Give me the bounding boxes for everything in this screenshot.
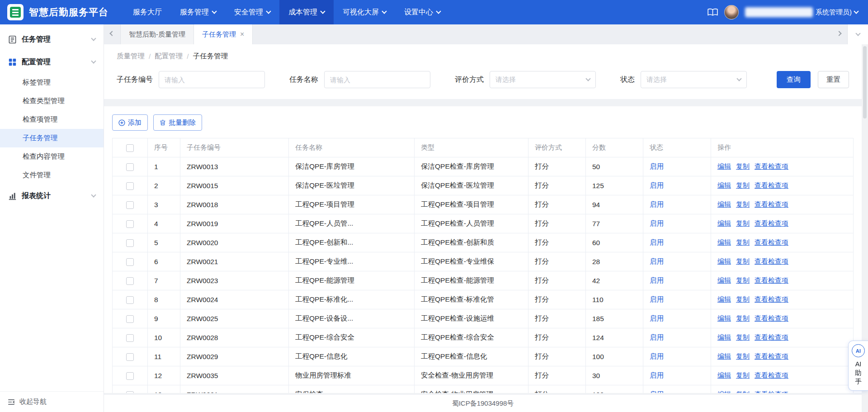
action-link-2[interactable]: 查看检查项 xyxy=(755,333,788,341)
sidebar-group-1[interactable]: 配置管理 xyxy=(0,51,104,73)
nav-item-4[interactable]: 可视化大屏 xyxy=(334,0,395,24)
row-checkbox[interactable] xyxy=(126,201,134,209)
status-enabled-link[interactable]: 启用 xyxy=(650,276,664,284)
action-link-1[interactable]: 复制 xyxy=(736,333,750,341)
filter-input-0[interactable] xyxy=(159,71,265,88)
row-checkbox[interactable] xyxy=(126,239,134,247)
sidebar-item-1-1[interactable]: 检查类型管理 xyxy=(0,92,104,110)
action-link-2[interactable]: 查看检查项 xyxy=(755,371,788,379)
action-link-0[interactable]: 编辑 xyxy=(717,162,731,170)
nav-item-1[interactable]: 服务管理 xyxy=(171,0,225,24)
row-checkbox[interactable] xyxy=(126,372,134,380)
search-button[interactable]: 查询 xyxy=(777,71,811,88)
action-link-2[interactable]: 查看检查项 xyxy=(755,390,788,393)
action-link-0[interactable]: 编辑 xyxy=(717,276,731,284)
action-link-1[interactable]: 复制 xyxy=(736,162,750,170)
action-link-0[interactable]: 编辑 xyxy=(717,371,731,379)
status-enabled-link[interactable]: 启用 xyxy=(650,238,664,246)
action-link-1[interactable]: 复制 xyxy=(736,295,750,303)
action-link-2[interactable]: 查看检查项 xyxy=(755,181,788,189)
filter-input-1[interactable] xyxy=(324,71,430,88)
status-enabled-link[interactable]: 启用 xyxy=(650,390,664,393)
row-checkbox[interactable] xyxy=(126,315,134,323)
action-link-2[interactable]: 查看检查项 xyxy=(755,295,788,303)
nav-item-2[interactable]: 安全管理 xyxy=(225,0,279,24)
action-link-1[interactable]: 复制 xyxy=(736,257,750,265)
sidebar-item-1-5[interactable]: 文件管理 xyxy=(0,166,104,185)
manual-book-icon[interactable] xyxy=(708,8,718,17)
sidebar-item-1-4[interactable]: 检查内容管理 xyxy=(0,147,104,166)
row-checkbox[interactable] xyxy=(126,258,134,266)
status-enabled-link[interactable]: 启用 xyxy=(650,181,664,189)
nav-item-3[interactable]: 成本管理 xyxy=(279,0,334,24)
action-link-1[interactable]: 复制 xyxy=(736,238,750,246)
action-link-1[interactable]: 复制 xyxy=(736,181,750,189)
breadcrumb-item-1[interactable]: 配置管理 xyxy=(155,52,183,61)
collapse-nav-button[interactable]: 收起导航 xyxy=(0,391,104,412)
action-link-0[interactable]: 编辑 xyxy=(717,295,731,303)
status-enabled-link[interactable]: 启用 xyxy=(650,257,664,265)
action-link-2[interactable]: 查看检查项 xyxy=(755,162,788,170)
sidebar-group-2[interactable]: 报表统计 xyxy=(0,185,104,207)
status-enabled-link[interactable]: 启用 xyxy=(650,352,664,360)
row-checkbox[interactable] xyxy=(126,220,134,228)
action-link-2[interactable]: 查看检查项 xyxy=(755,314,788,322)
action-link-0[interactable]: 编辑 xyxy=(717,200,731,208)
user-menu[interactable]: 系统管理员) xyxy=(745,7,858,17)
row-checkbox[interactable] xyxy=(126,391,134,393)
status-enabled-link[interactable]: 启用 xyxy=(650,333,664,341)
action-link-0[interactable]: 编辑 xyxy=(717,390,731,393)
action-link-0[interactable]: 编辑 xyxy=(717,219,731,227)
action-link-1[interactable]: 复制 xyxy=(736,314,750,322)
action-link-1[interactable]: 复制 xyxy=(736,390,750,393)
close-icon[interactable]: × xyxy=(240,31,244,38)
tab-scroll-right-button[interactable] xyxy=(831,24,847,44)
action-link-0[interactable]: 编辑 xyxy=(717,333,731,341)
action-link-0[interactable]: 编辑 xyxy=(717,352,731,360)
reset-button[interactable]: 重置 xyxy=(818,71,849,88)
filter-select-3[interactable]: 请选择 xyxy=(641,71,747,88)
status-enabled-link[interactable]: 启用 xyxy=(650,295,664,303)
scrollbar-thumb[interactable] xyxy=(863,46,867,118)
action-link-1[interactable]: 复制 xyxy=(736,352,750,360)
status-enabled-link[interactable]: 启用 xyxy=(650,314,664,322)
avatar[interactable] xyxy=(724,5,739,19)
action-link-2[interactable]: 查看检查项 xyxy=(755,276,788,284)
add-button[interactable]: 添加 xyxy=(112,114,148,131)
breadcrumb-item-0[interactable]: 质量管理 xyxy=(117,52,145,61)
ai-assistant-button[interactable]: AI AI助手 xyxy=(848,341,868,391)
nav-item-0[interactable]: 服务大厅 xyxy=(124,0,171,24)
action-link-2[interactable]: 查看检查项 xyxy=(755,238,788,246)
action-link-0[interactable]: 编辑 xyxy=(717,314,731,322)
row-checkbox[interactable] xyxy=(126,296,134,304)
nav-item-5[interactable]: 设置中心 xyxy=(395,0,449,24)
action-link-2[interactable]: 查看检查项 xyxy=(755,352,788,360)
action-link-2[interactable]: 查看检查项 xyxy=(755,200,788,208)
row-checkbox[interactable] xyxy=(126,277,134,285)
sidebar-group-0[interactable]: 任务管理 xyxy=(0,28,104,51)
status-enabled-link[interactable]: 启用 xyxy=(650,200,664,208)
action-link-0[interactable]: 编辑 xyxy=(717,238,731,246)
select-all-checkbox[interactable] xyxy=(126,144,134,152)
action-link-0[interactable]: 编辑 xyxy=(717,181,731,189)
action-link-1[interactable]: 复制 xyxy=(736,219,750,227)
status-enabled-link[interactable]: 启用 xyxy=(650,371,664,379)
tab-list-dropdown-button[interactable] xyxy=(847,24,868,44)
action-link-1[interactable]: 复制 xyxy=(736,371,750,379)
action-link-1[interactable]: 复制 xyxy=(736,200,750,208)
row-checkbox[interactable] xyxy=(126,353,134,361)
filter-select-2[interactable]: 请选择 xyxy=(490,71,596,88)
sidebar-item-1-0[interactable]: 标签管理 xyxy=(0,73,104,92)
action-link-0[interactable]: 编辑 xyxy=(717,257,731,265)
row-checkbox[interactable] xyxy=(126,334,134,342)
action-link-1[interactable]: 复制 xyxy=(736,276,750,284)
sidebar-item-1-3[interactable]: 子任务管理 xyxy=(0,129,104,147)
tab-1[interactable]: 子任务管理× xyxy=(194,24,253,44)
sidebar-item-1-2[interactable]: 检查项管理 xyxy=(0,110,104,129)
row-checkbox[interactable] xyxy=(126,182,134,190)
batch-delete-button[interactable]: 批量删除 xyxy=(153,114,202,131)
action-link-2[interactable]: 查看检查项 xyxy=(755,257,788,265)
tab-scroll-left-button[interactable] xyxy=(104,24,120,44)
status-enabled-link[interactable]: 启用 xyxy=(650,162,664,170)
row-checkbox[interactable] xyxy=(126,163,134,171)
